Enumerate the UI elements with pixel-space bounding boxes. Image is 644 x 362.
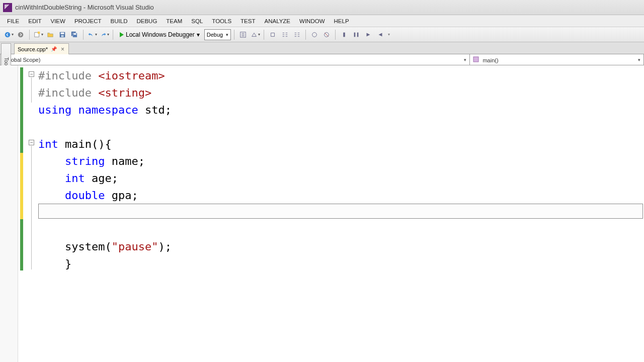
open-file-button[interactable] bbox=[45, 29, 56, 40]
code-line[interactable]: system("pause"); bbox=[38, 238, 644, 255]
toolbar-button[interactable] bbox=[351, 29, 362, 40]
menu-team[interactable]: TEAM bbox=[162, 17, 186, 25]
fold-line bbox=[31, 77, 32, 103]
code-line[interactable]: int main(){ bbox=[38, 136, 644, 153]
toolbar-button[interactable] bbox=[321, 29, 332, 40]
code-navigation-bar: (Global Scope) ▾ main() ▾ bbox=[0, 54, 644, 65]
member-value: main() bbox=[482, 57, 498, 63]
menu-build[interactable]: BUILD bbox=[107, 17, 132, 25]
svg-rect-5 bbox=[61, 32, 64, 34]
toolbar-button[interactable] bbox=[309, 29, 320, 40]
toolbar-separator bbox=[264, 30, 264, 40]
code-line[interactable]: int age; bbox=[38, 170, 644, 187]
menu-bar: FILE EDIT VIEW PROJECT BUILD DEBUG TEAM … bbox=[0, 15, 644, 27]
toolbar-button[interactable]: ▾ bbox=[250, 29, 261, 40]
toolbar-separator bbox=[234, 30, 234, 40]
configuration-combo[interactable]: Debug ▾ bbox=[204, 29, 231, 40]
svg-rect-15 bbox=[357, 32, 359, 37]
svg-rect-9 bbox=[73, 33, 76, 35]
save-all-button[interactable] bbox=[69, 29, 80, 40]
code-line[interactable] bbox=[38, 119, 644, 136]
code-line[interactable]: string name; bbox=[38, 153, 644, 170]
chevron-down-icon: ▾ bbox=[197, 31, 200, 38]
toolbar-separator bbox=[305, 30, 306, 40]
document-tab[interactable]: Source.cpp* 📌 × bbox=[14, 43, 69, 54]
title-bar: cinWithIntDoubleString - Microsoft Visua… bbox=[0, 0, 644, 15]
menu-window[interactable]: WINDOW bbox=[295, 17, 329, 25]
toolbar-button[interactable] bbox=[237, 29, 249, 40]
undo-button[interactable]: ▾ bbox=[87, 29, 98, 40]
chevron-down-icon: ▾ bbox=[226, 32, 228, 37]
menu-test[interactable]: TEST bbox=[236, 17, 259, 25]
svg-point-1 bbox=[18, 32, 24, 37]
toolbar-button[interactable] bbox=[267, 29, 278, 40]
code-line[interactable] bbox=[38, 204, 644, 221]
toolbar-separator bbox=[83, 30, 84, 40]
redo-button[interactable]: ▾ bbox=[99, 29, 110, 40]
code-line[interactable]: double gpa; bbox=[38, 187, 644, 204]
change-unsaved-marker bbox=[20, 153, 23, 219]
toolbar-button[interactable] bbox=[339, 29, 350, 40]
uncomment-button[interactable] bbox=[291, 29, 302, 40]
pin-icon[interactable]: 📌 bbox=[51, 46, 57, 52]
new-project-button[interactable]: ▾ bbox=[33, 29, 44, 40]
menu-help[interactable]: HELP bbox=[330, 17, 353, 25]
code-line[interactable] bbox=[38, 221, 644, 238]
menu-file[interactable]: FILE bbox=[3, 17, 23, 25]
menu-project[interactable]: PROJECT bbox=[70, 17, 106, 25]
svg-point-11 bbox=[312, 32, 317, 37]
configuration-value: Debug bbox=[207, 32, 223, 38]
scope-combo[interactable]: (Global Scope) ▾ bbox=[0, 54, 470, 65]
comment-button[interactable] bbox=[279, 29, 290, 40]
save-button[interactable] bbox=[57, 29, 68, 40]
menu-tools[interactable]: TOOLS bbox=[208, 17, 235, 25]
window-title: cinWithIntDoubleString - Microsoft Visua… bbox=[15, 4, 154, 11]
close-tab-button[interactable]: × bbox=[60, 46, 65, 53]
change-saved-marker bbox=[20, 219, 23, 270]
code-line[interactable]: } bbox=[38, 255, 644, 273]
fold-toggle[interactable]: − bbox=[29, 71, 34, 77]
fold-toggle[interactable]: − bbox=[29, 140, 34, 145]
code-content[interactable]: #include <iostream>#include <string>usin… bbox=[38, 67, 644, 273]
toolbar-separator bbox=[113, 30, 113, 40]
toolbar-button[interactable] bbox=[375, 29, 386, 40]
code-line[interactable]: using namespace std; bbox=[38, 102, 644, 119]
menu-debug[interactable]: DEBUG bbox=[132, 17, 161, 25]
document-tab-title: Source.cpp* bbox=[18, 46, 48, 52]
code-line[interactable]: #include <string> bbox=[38, 84, 644, 102]
debugger-label: Local Windows Debugger bbox=[126, 31, 195, 38]
editor-gutter bbox=[0, 65, 18, 362]
editor-area: − − #include <iostream>#include <string>… bbox=[0, 65, 644, 362]
svg-point-0 bbox=[5, 32, 10, 37]
fold-line bbox=[31, 146, 32, 269]
menu-sql[interactable]: SQL bbox=[187, 17, 207, 25]
code-line[interactable]: #include <iostream> bbox=[38, 67, 644, 84]
svg-rect-6 bbox=[61, 35, 63, 37]
toolbar-separator bbox=[335, 30, 336, 40]
member-combo[interactable]: main() ▾ bbox=[470, 54, 644, 65]
visual-studio-logo-icon bbox=[3, 3, 12, 12]
chevron-down-icon: ▾ bbox=[464, 57, 466, 62]
play-icon bbox=[120, 32, 124, 37]
toolbar-button[interactable] bbox=[363, 29, 374, 40]
menu-edit[interactable]: EDIT bbox=[24, 17, 45, 25]
menu-view[interactable]: VIEW bbox=[47, 17, 69, 25]
svg-rect-16 bbox=[473, 57, 478, 62]
toolbar-separator bbox=[29, 30, 30, 40]
document-tab-strip: Toolbox Source.cpp* 📌 × bbox=[0, 42, 644, 54]
change-saved-marker bbox=[20, 67, 23, 136]
nav-forward-button[interactable] bbox=[15, 29, 26, 40]
nav-back-button[interactable]: ▾ bbox=[3, 29, 14, 40]
chevron-down-icon: ▾ bbox=[638, 57, 640, 62]
svg-rect-13 bbox=[343, 32, 345, 37]
svg-rect-14 bbox=[354, 32, 356, 37]
svg-rect-3 bbox=[37, 31, 39, 33]
code-editor[interactable]: − − #include <iostream>#include <string>… bbox=[0, 65, 644, 362]
menu-analyze[interactable]: ANALYZE bbox=[260, 17, 294, 25]
change-saved-marker bbox=[20, 136, 23, 153]
method-icon bbox=[473, 56, 479, 62]
toolbar: ▾ ▾ ▾ ▾ Local Windows Debugger ▾ Debug ▾… bbox=[0, 27, 644, 42]
toolbar-overflow-icon[interactable]: ▾ bbox=[388, 32, 390, 37]
start-debugging-button[interactable]: Local Windows Debugger ▾ bbox=[116, 29, 203, 40]
